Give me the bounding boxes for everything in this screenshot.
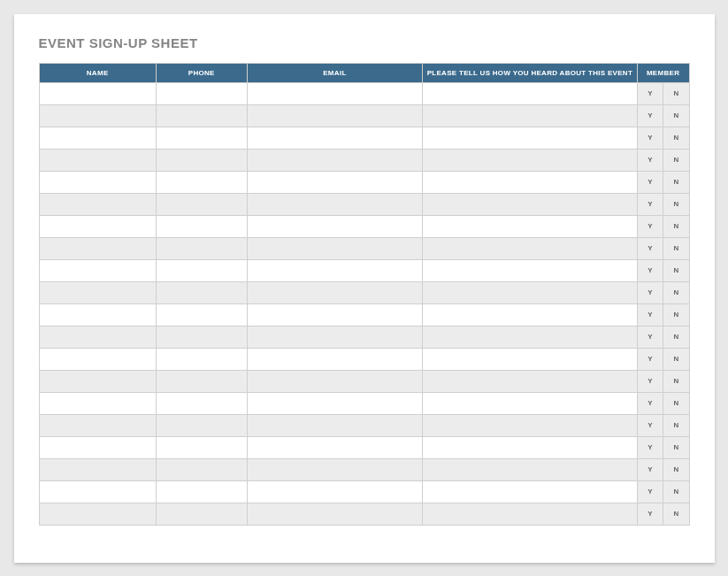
cell-heard[interactable] xyxy=(423,281,638,303)
cell-phone[interactable] xyxy=(156,348,247,370)
cell-name[interactable] xyxy=(39,480,156,503)
cell-name[interactable] xyxy=(39,326,156,348)
cell-member-n[interactable]: N xyxy=(663,104,689,127)
cell-heard[interactable] xyxy=(423,127,638,149)
cell-member-y[interactable]: Y xyxy=(637,259,663,281)
cell-name[interactable] xyxy=(39,414,156,436)
cell-heard[interactable] xyxy=(423,326,638,348)
cell-member-y[interactable]: Y xyxy=(637,303,663,326)
cell-heard[interactable] xyxy=(423,149,638,171)
cell-email[interactable] xyxy=(247,436,422,458)
cell-email[interactable] xyxy=(247,414,422,436)
cell-member-n[interactable]: N xyxy=(663,82,689,104)
cell-member-n[interactable]: N xyxy=(663,149,689,171)
cell-email[interactable] xyxy=(247,104,422,127)
cell-member-n[interactable]: N xyxy=(663,303,689,326)
cell-heard[interactable] xyxy=(423,82,638,104)
cell-phone[interactable] xyxy=(156,104,247,127)
cell-email[interactable] xyxy=(247,392,422,414)
cell-member-n[interactable]: N xyxy=(663,215,689,237)
cell-email[interactable] xyxy=(247,215,422,237)
cell-email[interactable] xyxy=(247,237,422,259)
cell-member-y[interactable]: Y xyxy=(637,193,663,215)
cell-member-y[interactable]: Y xyxy=(637,414,663,436)
cell-member-n[interactable]: N xyxy=(663,281,689,303)
cell-email[interactable] xyxy=(247,503,422,525)
cell-email[interactable] xyxy=(247,370,422,392)
cell-email[interactable] xyxy=(247,348,422,370)
cell-heard[interactable] xyxy=(423,370,638,392)
cell-phone[interactable] xyxy=(156,171,247,193)
cell-name[interactable] xyxy=(39,281,156,303)
cell-member-y[interactable]: Y xyxy=(637,171,663,193)
cell-email[interactable] xyxy=(247,303,422,326)
cell-heard[interactable] xyxy=(423,193,638,215)
cell-member-y[interactable]: Y xyxy=(637,82,663,104)
cell-member-n[interactable]: N xyxy=(663,503,689,525)
cell-name[interactable] xyxy=(39,193,156,215)
cell-phone[interactable] xyxy=(156,215,247,237)
cell-heard[interactable] xyxy=(423,392,638,414)
cell-member-y[interactable]: Y xyxy=(637,104,663,127)
cell-name[interactable] xyxy=(39,171,156,193)
cell-heard[interactable] xyxy=(423,171,638,193)
cell-email[interactable] xyxy=(247,458,422,480)
cell-member-y[interactable]: Y xyxy=(637,392,663,414)
cell-member-n[interactable]: N xyxy=(663,326,689,348)
cell-phone[interactable] xyxy=(156,82,247,104)
cell-name[interactable] xyxy=(39,127,156,149)
cell-member-n[interactable]: N xyxy=(663,193,689,215)
cell-member-n[interactable]: N xyxy=(663,237,689,259)
cell-email[interactable] xyxy=(247,480,422,503)
cell-member-n[interactable]: N xyxy=(663,458,689,480)
cell-member-y[interactable]: Y xyxy=(637,326,663,348)
cell-phone[interactable] xyxy=(156,127,247,149)
cell-name[interactable] xyxy=(39,436,156,458)
cell-name[interactable] xyxy=(39,348,156,370)
cell-name[interactable] xyxy=(39,370,156,392)
cell-name[interactable] xyxy=(39,237,156,259)
cell-heard[interactable] xyxy=(423,104,638,127)
cell-member-y[interactable]: Y xyxy=(637,480,663,503)
cell-heard[interactable] xyxy=(423,436,638,458)
cell-member-y[interactable]: Y xyxy=(637,348,663,370)
cell-heard[interactable] xyxy=(423,259,638,281)
cell-heard[interactable] xyxy=(423,480,638,503)
cell-name[interactable] xyxy=(39,82,156,104)
cell-phone[interactable] xyxy=(156,458,247,480)
cell-member-y[interactable]: Y xyxy=(637,149,663,171)
cell-email[interactable] xyxy=(247,149,422,171)
cell-member-y[interactable]: Y xyxy=(637,370,663,392)
cell-member-y[interactable]: Y xyxy=(637,503,663,525)
cell-heard[interactable] xyxy=(423,303,638,326)
cell-heard[interactable] xyxy=(423,348,638,370)
cell-name[interactable] xyxy=(39,458,156,480)
cell-phone[interactable] xyxy=(156,392,247,414)
cell-email[interactable] xyxy=(247,259,422,281)
cell-heard[interactable] xyxy=(423,237,638,259)
cell-member-n[interactable]: N xyxy=(663,414,689,436)
cell-member-y[interactable]: Y xyxy=(637,458,663,480)
cell-email[interactable] xyxy=(247,127,422,149)
cell-name[interactable] xyxy=(39,503,156,525)
cell-member-n[interactable]: N xyxy=(663,370,689,392)
cell-email[interactable] xyxy=(247,281,422,303)
cell-phone[interactable] xyxy=(156,237,247,259)
cell-name[interactable] xyxy=(39,303,156,326)
cell-name[interactable] xyxy=(39,215,156,237)
cell-heard[interactable] xyxy=(423,503,638,525)
cell-member-n[interactable]: N xyxy=(663,392,689,414)
cell-member-y[interactable]: Y xyxy=(637,281,663,303)
cell-phone[interactable] xyxy=(156,281,247,303)
cell-member-y[interactable]: Y xyxy=(637,127,663,149)
cell-name[interactable] xyxy=(39,104,156,127)
cell-phone[interactable] xyxy=(156,414,247,436)
cell-name[interactable] xyxy=(39,149,156,171)
cell-member-n[interactable]: N xyxy=(663,127,689,149)
cell-phone[interactable] xyxy=(156,259,247,281)
cell-member-n[interactable]: N xyxy=(663,171,689,193)
cell-member-n[interactable]: N xyxy=(663,436,689,458)
cell-email[interactable] xyxy=(247,326,422,348)
cell-phone[interactable] xyxy=(156,436,247,458)
cell-phone[interactable] xyxy=(156,480,247,503)
